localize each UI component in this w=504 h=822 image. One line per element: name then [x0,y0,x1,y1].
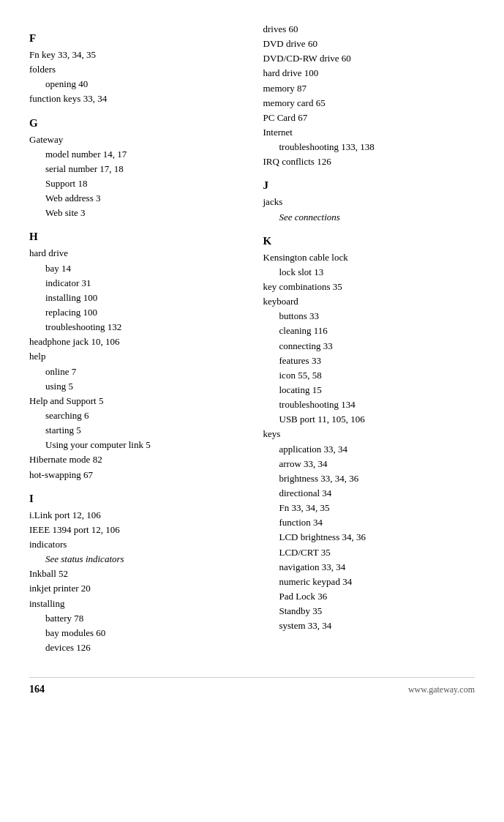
entry-main: hot-swapping 67 [29,468,241,482]
entry-sub: icon 55, 58 [263,368,475,383]
index-entry: key combinations 35 [263,280,475,294]
entry-sub: installing 100 [29,291,241,305]
index-entry: helponline 7using 5 [29,349,241,393]
page-number: 164 [29,684,45,695]
entry-sub: Standby 35 [263,604,475,619]
entry-sub: Web site 3 [29,206,241,220]
entry-sub: Using your computer link 5 [29,438,241,452]
entry-sub: serial number 17, 18 [29,162,241,176]
index-entry: Hibernate mode 82 [29,452,241,467]
entry-sub: Fn 33, 34, 35 [263,501,475,515]
entry-sub: lock slot 13 [263,265,475,280]
index-entry: Help and Support 5searching 6starting 5U… [29,394,241,453]
page-layout: FFn key 33, 34, 35foldersopening 40funct… [29,22,475,655]
entry-sub: model number 14, 17 [29,147,241,162]
entry-main: Hibernate mode 82 [29,452,241,467]
entry-sub: troubleshooting 132 [29,320,241,335]
section-header-k: K [263,235,475,247]
entry-main: headphone jack 10, 106 [29,335,241,349]
entry-main: drives 60 [263,22,475,37]
entry-sub: troubleshooting 134 [263,397,475,412]
entry-main: Inkball 52 [29,567,241,581]
entry-sub: function 34 [263,515,475,530]
index-entry: DVD drive 60 [263,37,475,51]
section-header-j: J [263,179,475,192]
entry-sub: brightness 33, 34, 36 [263,471,475,486]
entry-main: i.Link port 12, 106 [29,508,241,523]
entry-main: installing [29,597,241,611]
entry-sub: locating 15 [263,383,475,397]
entry-sub: searching 6 [29,408,241,423]
entry-main: IRQ conflicts 126 [263,154,475,169]
section-header-g: G [29,117,241,130]
index-entry: drives 60 [263,22,475,37]
entry-main: PC Card 67 [263,111,475,125]
entry-main: Help and Support 5 [29,394,241,408]
entry-sub: LCD/CRT 35 [263,545,475,560]
entry-sub: Support 18 [29,176,241,191]
entry-main: keyboard [263,294,475,309]
index-entry: DVD/CD-RW drive 60 [263,51,475,66]
entry-main: hard drive [29,246,241,261]
entry-main: DVD/CD-RW drive 60 [263,51,475,66]
entry-sub: See connections [263,210,475,225]
index-entry: keysapplication 33, 34arrow 33, 34bright… [263,427,475,633]
entry-sub: battery 78 [29,611,241,626]
index-entry: foldersopening 40 [29,62,241,91]
section-header-f: F [29,32,241,45]
entry-sub: cleaning 116 [263,324,475,338]
index-entry: jacksSee connections [263,195,475,224]
index-entry: IRQ conflicts 126 [263,154,475,169]
entry-main: memory 87 [263,81,475,96]
entry-sub: Web address 3 [29,191,241,206]
entry-sub: numeric keypad 34 [263,575,475,589]
section-header-i: I [29,493,241,505]
entry-sub: See status indicators [29,552,241,567]
entry-main: Kensington cable lock [263,250,475,265]
entry-sub: arrow 33, 34 [263,457,475,471]
entry-sub: using 5 [29,379,241,394]
entry-sub: Pad Lock 36 [263,589,475,604]
footer-url: www.gateway.com [408,684,475,695]
left-column: FFn key 33, 34, 35foldersopening 40funct… [29,22,256,655]
index-entry: i.Link port 12, 106 [29,508,241,523]
entry-main: key combinations 35 [263,280,475,294]
index-entry: hard drive 100 [263,66,475,81]
entry-sub: starting 5 [29,423,241,438]
entry-main: memory card 65 [263,96,475,111]
entry-main: function keys 33, 34 [29,91,241,106]
index-entry: IEEE 1394 port 12, 106 [29,523,241,537]
index-entry: function keys 33, 34 [29,91,241,106]
entry-sub: indicator 31 [29,276,241,291]
entry-sub: buttons 33 [263,309,475,324]
entry-sub: bay modules 60 [29,626,241,640]
entry-sub: opening 40 [29,77,241,91]
entry-sub: troubleshooting 133, 138 [263,140,475,154]
right-column: drives 60DVD drive 60DVD/CD-RW drive 60h… [256,22,475,655]
entry-main: help [29,349,241,364]
entry-main: folders [29,62,241,77]
entry-main: keys [263,427,475,441]
index-entry: memory card 65 [263,96,475,111]
entry-main: hard drive 100 [263,66,475,81]
index-entry: indicatorsSee status indicators [29,537,241,567]
section-header-h: H [29,231,241,243]
entry-main: Internet [263,125,475,140]
entry-main: Gateway [29,132,241,147]
entry-sub: replacing 100 [29,305,241,320]
index-entry: Fn key 33, 34, 35 [29,48,241,62]
entry-sub: online 7 [29,365,241,379]
entry-sub: bay 14 [29,261,241,276]
entry-sub: application 33, 34 [263,442,475,457]
page-footer: 164 www.gateway.com [29,677,475,695]
entry-sub: LCD brightness 34, 36 [263,530,475,545]
entry-sub: devices 126 [29,640,241,655]
entry-sub: system 33, 34 [263,619,475,633]
index-entry: Gatewaymodel number 14, 17serial number … [29,132,241,221]
entry-main: inkjet printer 20 [29,581,241,596]
index-entry: memory 87 [263,81,475,96]
entry-sub: navigation 33, 34 [263,560,475,575]
index-entry: inkjet printer 20 [29,581,241,596]
entry-main: DVD drive 60 [263,37,475,51]
entry-main: indicators [29,537,241,552]
